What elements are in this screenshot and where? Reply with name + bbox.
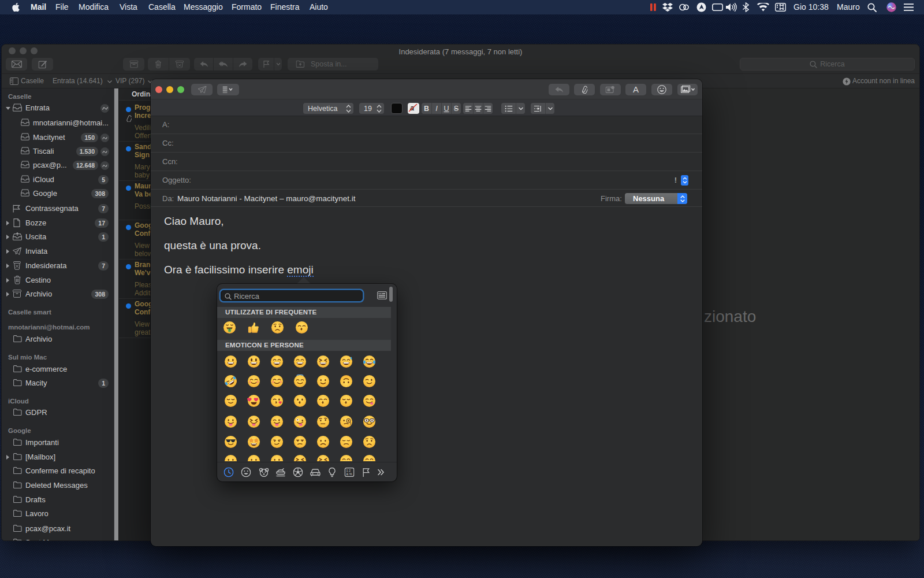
svg-text:& %: & % — [346, 472, 352, 476]
